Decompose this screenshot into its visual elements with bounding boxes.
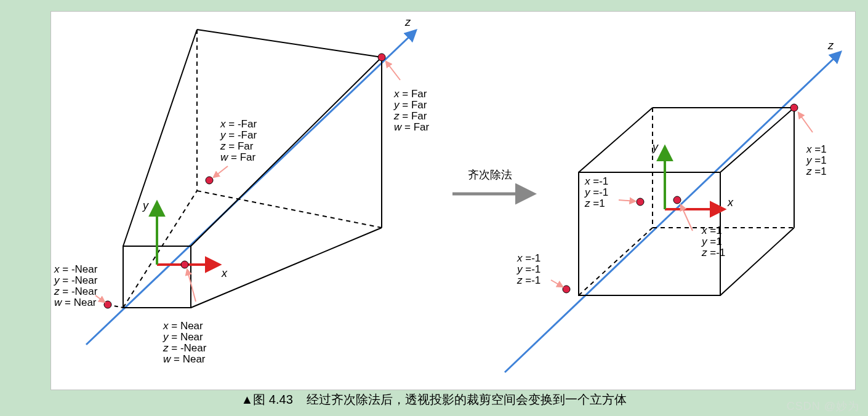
svg-text:w = Near: w = Near [163, 353, 206, 365]
svg-line-35 [505, 52, 840, 372]
svg-text:x = -Near: x = -Near [54, 263, 98, 275]
svg-text:z = Far: z = Far [220, 140, 254, 152]
caption-prefix: ▲图 4.43 [241, 393, 293, 406]
svg-text:w = Near: w = Near [54, 297, 97, 308]
svg-line-41 [579, 108, 653, 172]
dot-r-near-neg [563, 286, 570, 293]
svg-text:z =-1: z =-1 [516, 274, 540, 286]
dot-near-neg [104, 301, 111, 308]
svg-line-5 [197, 191, 382, 228]
caption-text: 经过齐次除法后，透视投影的裁剪空间会变换到一个立方体 [307, 393, 627, 406]
svg-text:y = -Far: y = -Far [220, 129, 257, 141]
dot-near-pos [181, 261, 188, 268]
svg-text:z =-1: z =-1 [701, 247, 725, 258]
x-axis-label-left: x [221, 267, 228, 279]
transform-arrow: 齐次除法 [452, 169, 532, 194]
svg-text:y =1: y =1 [806, 154, 827, 166]
svg-line-47 [551, 280, 563, 287]
z-axis-label-right: z [827, 39, 834, 52]
svg-text:w = Far: w = Far [220, 151, 255, 163]
dot-far-pos [378, 54, 385, 61]
watermark: CSDN @妙为 [787, 399, 859, 414]
svg-text:y =-1: y =-1 [584, 186, 608, 198]
svg-line-8 [191, 228, 382, 308]
svg-text:x =1: x =1 [701, 225, 722, 236]
z-axis-label: z [404, 16, 411, 28]
figure-caption: ▲图 4.43 经过齐次除法后，透视投影的裁剪空间会变换到一个立方体 [0, 391, 868, 408]
dot-r-far-neg [637, 198, 644, 206]
svg-text:y = Near: y = Near [163, 331, 203, 343]
svg-line-43 [720, 228, 794, 295]
svg-text:w = Far: w = Far [394, 121, 429, 133]
left-frustum: z x y [54, 16, 429, 365]
svg-line-7 [191, 57, 382, 246]
dot-r-far-pos [790, 104, 798, 111]
svg-line-42 [720, 108, 794, 172]
svg-line-50 [798, 113, 813, 132]
svg-text:x = Near: x = Near [163, 320, 203, 332]
svg-line-0 [86, 31, 416, 345]
dot-r-near-pos [673, 196, 681, 204]
svg-text:z = Far: z = Far [393, 110, 427, 122]
svg-line-49 [619, 200, 635, 201]
x-axis-label-right: x [727, 196, 734, 209]
svg-line-16 [386, 62, 400, 80]
right-cube: z x y [505, 39, 840, 372]
svg-line-6 [123, 30, 197, 246]
svg-text:x = Far: x = Far [393, 88, 427, 100]
svg-text:y = -Near: y = -Near [54, 274, 98, 286]
svg-text:x =1: x =1 [806, 143, 827, 155]
svg-text:z = -Near: z = -Near [163, 342, 207, 354]
svg-text:齐次除法: 齐次除法 [468, 169, 512, 181]
svg-line-2 [197, 30, 382, 57]
svg-line-44 [579, 228, 653, 295]
dot-far-neg [206, 177, 213, 184]
svg-text:y =-1: y =-1 [516, 263, 540, 275]
svg-text:z =1: z =1 [584, 198, 605, 209]
y-axis-label-right: y [651, 141, 659, 153]
svg-text:z =1: z =1 [806, 166, 827, 177]
svg-text:x =-1: x =-1 [516, 252, 540, 264]
svg-line-15 [214, 166, 228, 177]
svg-text:y = Far: y = Far [393, 99, 427, 111]
svg-text:x = -Far: x = -Far [220, 118, 257, 130]
svg-text:y =1: y =1 [701, 236, 722, 247]
diagram-svg: z x y [0, 0, 868, 416]
y-axis-label-left: y [142, 199, 149, 212]
svg-text:x =-1: x =-1 [584, 175, 608, 187]
svg-text:z = -Near: z = -Near [54, 286, 98, 297]
